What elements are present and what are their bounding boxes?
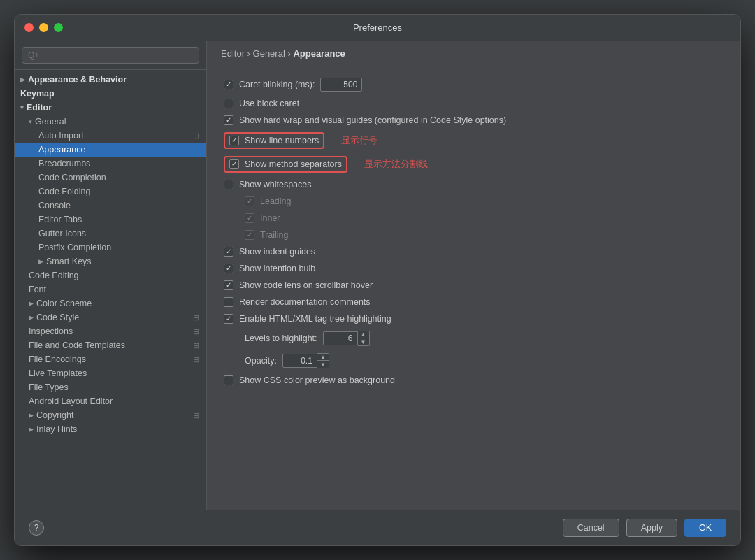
sidebar-item-editor-tabs[interactable]: Editor Tabs [15, 213, 206, 227]
sidebar-item-appearance-behavior[interactable]: ▶ Appearance & Behavior [15, 73, 206, 87]
leading-row: Leading [224, 196, 724, 206]
show-indent-guides-label: Show indent guides [239, 247, 315, 257]
use-block-caret-row: Use block caret [224, 99, 724, 108]
sidebar-item-keymap[interactable]: Keymap [15, 87, 206, 101]
main-panel: Editor › General › Appearance Caret blin… [207, 41, 740, 510]
sidebar-item-file-types[interactable]: File Types [15, 380, 206, 394]
sidebar: ▶ Appearance & Behavior Keymap ▾ Editor … [15, 41, 207, 510]
show-code-lens-checkbox[interactable] [224, 280, 233, 290]
opacity-label: Opacity: [245, 356, 277, 366]
footer-right: Cancel Apply OK [563, 519, 726, 537]
show-hard-wrap-label: Show hard wrap and visual guides (config… [239, 115, 506, 125]
chevron-icon: ▶ [29, 412, 34, 419]
caret-blinking-label: Caret blinking (ms): [239, 80, 315, 89]
badge-icon: ⊞ [193, 313, 199, 322]
opacity-up-button[interactable]: ▲ [317, 354, 329, 361]
show-hard-wrap-row: Show hard wrap and visual guides (config… [224, 115, 724, 125]
sidebar-item-gutter-icons[interactable]: Gutter Icons [15, 227, 206, 240]
sidebar-item-smart-keys[interactable]: ▶ Smart Keys [15, 254, 206, 268]
sidebar-item-code-style[interactable]: ▶ Code Style ⊞ [15, 310, 206, 324]
show-code-lens-label: Show code lens on scrollbar hover [239, 280, 373, 290]
badge-icon: ⊞ [193, 411, 199, 420]
sidebar-item-font[interactable]: Font [15, 282, 206, 296]
opacity-down-button[interactable]: ▼ [317, 361, 329, 368]
show-line-numbers-row: Show line numbers 显示行号 [224, 132, 724, 149]
badge-icon: ⊞ [193, 131, 199, 141]
breadcrumb-general: General [253, 48, 285, 59]
show-method-sep-checkbox[interactable] [229, 159, 239, 169]
show-intention-bulb-label: Show intention bulb [239, 264, 315, 273]
search-input[interactable] [22, 47, 199, 64]
show-line-numbers-highlight: Show line numbers [224, 132, 324, 149]
sidebar-item-live-templates[interactable]: Live Templates [15, 366, 206, 380]
inner-checkbox[interactable] [245, 213, 254, 223]
search-box [15, 41, 206, 70]
show-hard-wrap-checkbox[interactable] [224, 115, 233, 125]
render-docs-row: Render documentation comments [224, 297, 724, 307]
chevron-icon: ▶ [29, 314, 34, 321]
leading-checkbox[interactable] [245, 196, 254, 206]
show-indent-guides-checkbox[interactable] [224, 247, 233, 257]
show-line-numbers-label: Show line numbers [245, 136, 319, 145]
render-docs-label: Render documentation comments [239, 297, 371, 307]
sidebar-item-appearance[interactable]: Appearance [15, 143, 206, 157]
titlebar: Preferences [15, 15, 740, 41]
show-indent-guides-row: Show indent guides [224, 247, 724, 257]
maximize-button[interactable] [54, 23, 63, 32]
render-docs-checkbox[interactable] [224, 297, 233, 307]
dialog-footer: ? Cancel Apply OK [15, 510, 740, 545]
sidebar-item-code-folding[interactable]: Code Folding [15, 185, 206, 199]
levels-input[interactable] [323, 331, 358, 345]
breadcrumb-editor: Editor [221, 48, 245, 59]
ok-button[interactable]: OK [684, 519, 726, 537]
apply-button[interactable]: Apply [626, 519, 677, 537]
sidebar-item-inlay-hints[interactable]: ▶ Inlay Hints [15, 422, 206, 436]
sidebar-item-inspections[interactable]: Inspections ⊞ [15, 324, 206, 338]
enable-html-xml-label: Enable HTML/XML tag tree highlighting [239, 314, 391, 324]
sidebar-item-copyright[interactable]: ▶ Copyright ⊞ [15, 408, 206, 422]
preferences-dialog: Preferences ▶ Appearance & Behavior Keym… [14, 14, 741, 546]
breadcrumb-appearance: Appearance [293, 48, 345, 59]
sidebar-item-console[interactable]: Console [15, 199, 206, 213]
sidebar-item-android-layout[interactable]: Android Layout Editor [15, 394, 206, 408]
show-intention-bulb-checkbox[interactable] [224, 264, 233, 273]
sidebar-item-code-completion[interactable]: Code Completion [15, 171, 206, 185]
levels-label: Levels to highlight: [245, 333, 317, 343]
levels-up-button[interactable]: ▲ [358, 331, 369, 338]
annotation-line-numbers: 显示行号 [341, 134, 378, 147]
sidebar-item-file-encodings[interactable]: File Encodings ⊞ [15, 352, 206, 366]
caret-blinking-checkbox[interactable] [224, 80, 233, 89]
cancel-button[interactable]: Cancel [563, 519, 619, 537]
minimize-button[interactable] [39, 23, 48, 32]
close-button[interactable] [24, 23, 34, 32]
sidebar-item-code-editing[interactable]: Code Editing [15, 268, 206, 282]
chevron-icon: ▶ [29, 300, 34, 307]
trailing-checkbox[interactable] [245, 230, 254, 240]
show-whitespaces-row: Show whitespaces [224, 180, 724, 189]
levels-down-button[interactable]: ▼ [358, 338, 369, 345]
show-css-checkbox[interactable] [224, 375, 233, 385]
enable-html-xml-row: Enable HTML/XML tag tree highlighting [224, 314, 724, 324]
sidebar-item-general[interactable]: ▾ General [15, 115, 206, 129]
use-block-caret-label: Use block caret [239, 99, 299, 108]
enable-html-xml-checkbox[interactable] [224, 314, 233, 324]
show-method-sep-row: Show method separators 显示方法分割线 [224, 156, 724, 173]
caret-blinking-input[interactable] [320, 78, 362, 92]
sidebar-item-breadcrumbs[interactable]: Breadcrumbs [15, 157, 206, 171]
show-line-numbers-checkbox[interactable] [229, 136, 239, 145]
settings-panel: Caret blinking (ms): Use block caret Sho… [207, 66, 740, 510]
show-whitespaces-checkbox[interactable] [224, 180, 233, 189]
sidebar-item-postfix-completion[interactable]: Postfix Completion [15, 240, 206, 254]
sidebar-item-file-code-templates[interactable]: File and Code Templates ⊞ [15, 338, 206, 352]
sidebar-item-color-scheme[interactable]: ▶ Color Scheme [15, 296, 206, 310]
sidebar-item-editor[interactable]: ▾ Editor [15, 101, 206, 115]
opacity-spinner-buttons: ▲ ▼ [317, 353, 329, 368]
levels-row: Levels to highlight: ▲ ▼ [224, 331, 724, 346]
sidebar-item-auto-import[interactable]: Auto Import ⊞ [15, 129, 206, 143]
show-method-sep-label: Show method separators [245, 159, 342, 169]
show-code-lens-row: Show code lens on scrollbar hover [224, 280, 724, 290]
chevron-icon: ▶ [29, 426, 34, 433]
opacity-input[interactable] [282, 354, 317, 368]
help-button[interactable]: ? [29, 520, 44, 536]
use-block-caret-checkbox[interactable] [224, 99, 233, 108]
